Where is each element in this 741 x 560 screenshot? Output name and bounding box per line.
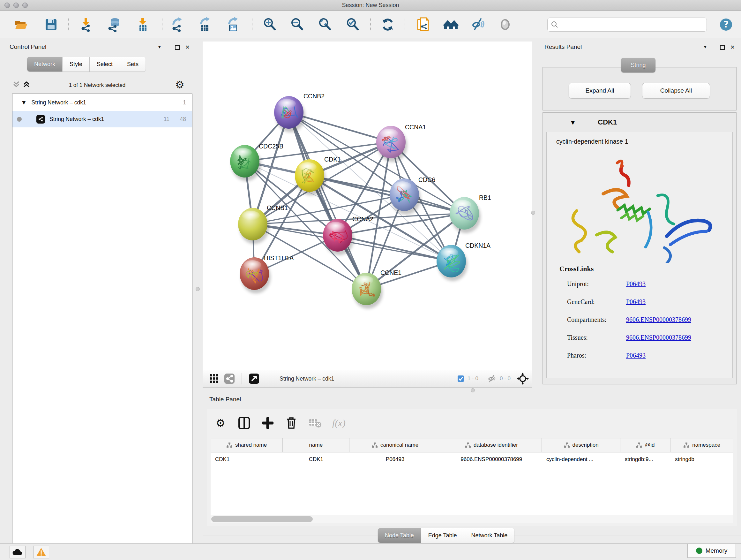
entry-disclosure-icon[interactable]: ▼ <box>571 119 575 125</box>
column-header--id[interactable]: @id <box>620 438 670 452</box>
string-view-icon[interactable] <box>222 371 237 386</box>
delete-table-icon[interactable] <box>307 415 323 431</box>
export-network-icon[interactable] <box>169 17 185 33</box>
node-CCNE1[interactable]: CCNE1 <box>352 269 401 309</box>
tab-node-table[interactable]: Node Table <box>378 528 421 543</box>
column-header-shared-name[interactable]: shared name <box>211 438 283 452</box>
horizontal-splitter-handle[interactable] <box>471 388 475 392</box>
birds-eye-view-icon[interactable] <box>206 371 222 386</box>
export-table-icon[interactable] <box>197 17 213 33</box>
left-splitter-handle[interactable] <box>196 287 200 291</box>
close-panel-icon[interactable]: ✕ <box>730 44 735 51</box>
column-header-database-identifier[interactable]: database identifier <box>441 438 542 452</box>
table-cell[interactable]: CDK1 <box>211 452 283 466</box>
entry-header[interactable]: ▼ CDK1 <box>543 113 736 132</box>
delete-column-icon[interactable] <box>284 415 299 431</box>
table-cell[interactable]: stringdb <box>670 452 733 466</box>
function-builder-icon[interactable]: f(x) <box>332 418 346 428</box>
table-cell[interactable]: 9606.ENSP00000378699 <box>441 452 542 466</box>
hidden-eye-slash-icon[interactable] <box>488 374 496 383</box>
table-cell[interactable]: P06493 <box>349 452 441 466</box>
refresh-icon[interactable] <box>380 17 396 33</box>
document-share-icon[interactable] <box>415 17 431 33</box>
tab-sets[interactable]: Sets <box>120 57 145 71</box>
collapse-all-button[interactable]: Collapse All <box>642 83 710 99</box>
fit-selected-crosshair-icon[interactable] <box>515 371 530 386</box>
node-CCNA1[interactable]: CCNA1 <box>376 124 426 162</box>
hide-eye-icon[interactable] <box>470 17 486 33</box>
search-input[interactable] <box>560 21 706 28</box>
warning-icon[interactable] <box>33 546 49 558</box>
panel-menu-icon[interactable]: ▾ <box>704 44 706 50</box>
node-CDC6[interactable]: CDC6 <box>390 176 435 214</box>
column-header-name[interactable]: name <box>283 438 349 452</box>
tab-edge-table[interactable]: Edge Table <box>421 528 464 543</box>
show-eye-icon[interactable] <box>497 17 513 33</box>
tab-select[interactable]: Select <box>90 57 120 71</box>
table-cell[interactable]: stringdb:9... <box>620 452 670 466</box>
column-header-namespace[interactable]: namespace <box>670 438 733 452</box>
zoom-fit-content-icon[interactable] <box>317 17 333 33</box>
table-settings-gear-icon[interactable]: ⚙ <box>213 415 228 431</box>
network-row[interactable]: String Network – cdk1 11 48 <box>12 111 192 127</box>
crosslink-link[interactable]: P06493 <box>626 352 646 359</box>
edge-CCNB2-CCNE1[interactable] <box>289 112 366 289</box>
node-CCNB1[interactable]: CCNB1 <box>238 204 288 244</box>
table-row[interactable]: CDK1CDK1P064939606.ENSP00000378699cyclin… <box>211 452 733 466</box>
table-header-row: shared namenamecanonical namedatabase id… <box>211 438 733 452</box>
column-header-canonical-name[interactable]: canonical name <box>349 438 441 452</box>
add-column-icon[interactable] <box>260 415 275 431</box>
save-session-icon[interactable] <box>43 17 59 33</box>
column-selector-icon[interactable] <box>237 415 252 431</box>
node-RB1[interactable]: RB1 <box>450 194 491 233</box>
zoom-selected-region-icon[interactable] <box>345 17 360 33</box>
selected-checkbox-icon[interactable] <box>457 375 464 382</box>
tab-style[interactable]: Style <box>63 57 90 71</box>
node-CCNA2[interactable]: CCNA2 <box>323 215 374 255</box>
node-CCNB2[interactable]: CCNB2 <box>274 92 325 132</box>
table-cell[interactable]: cyclin-dependent ... <box>542 452 620 466</box>
collection-disclosure-icon[interactable]: ▼ <box>22 100 26 105</box>
expand-all-button[interactable]: Expand All <box>569 83 631 99</box>
node-HIST1H1A[interactable]: HIST1H1A <box>240 254 293 294</box>
open-session-icon[interactable] <box>13 17 29 33</box>
crosslink-link[interactable]: P06493 <box>626 280 646 288</box>
node-CDKN1A[interactable]: CDKN1A <box>436 242 490 281</box>
close-panel-icon[interactable]: ✕ <box>185 44 190 51</box>
edge-CDK1-RB1[interactable] <box>310 176 464 213</box>
zoom-out-icon[interactable] <box>289 17 305 33</box>
help-icon[interactable]: ? <box>718 17 734 33</box>
float-panel-icon[interactable] <box>720 45 725 50</box>
memory-status-dot <box>696 548 702 554</box>
network-collection-row[interactable]: ▼ String Network – cdk1 1 <box>12 94 192 111</box>
export-image-icon[interactable] <box>225 17 241 33</box>
zoom-in-icon[interactable] <box>262 17 278 33</box>
right-splitter-handle[interactable] <box>531 211 535 215</box>
crosslink-link[interactable]: 9606.ENSP00000378699 <box>626 334 691 341</box>
table-hscrollbar[interactable] <box>211 515 733 523</box>
open-in-new-window-icon[interactable] <box>246 371 262 386</box>
memory-button[interactable]: Memory <box>687 544 736 558</box>
edge-CCNA2-CDKN1A[interactable] <box>338 235 451 261</box>
panel-menu-icon[interactable]: ▾ <box>158 44 161 50</box>
import-table-from-file-icon[interactable] <box>135 17 151 33</box>
network-canvas[interactable]: CCNB2CCNA1CDC25BCDK1CDC6RB1CCNB1CCNA2CDK… <box>203 42 532 370</box>
column-header-description[interactable]: description <box>542 438 620 452</box>
node-label-CCNE1: CCNE1 <box>381 269 401 276</box>
tab-network-table[interactable]: Network Table <box>464 528 515 543</box>
window-title: Session: New Session <box>0 2 741 9</box>
table-cell[interactable]: CDK1 <box>283 452 349 466</box>
import-network-from-file-icon[interactable] <box>78 17 94 33</box>
network-options-gear-icon[interactable]: ⚙ <box>175 78 185 91</box>
table-hscrollbar-thumb[interactable] <box>211 516 313 522</box>
import-network-from-database-icon[interactable] <box>106 17 122 33</box>
cloud-status-icon[interactable] <box>10 546 25 558</box>
tab-network[interactable]: Network <box>27 57 63 71</box>
crosslink-link[interactable]: P06493 <box>626 298 646 306</box>
horizontal-splitter[interactable] <box>203 388 741 393</box>
crosslink-link[interactable]: 9606.ENSP00000378699 <box>626 316 691 323</box>
home-icon[interactable] <box>443 17 459 33</box>
tab-string[interactable]: String <box>621 58 656 72</box>
float-panel-icon[interactable] <box>175 45 180 50</box>
status-bar: Memory <box>0 543 741 560</box>
